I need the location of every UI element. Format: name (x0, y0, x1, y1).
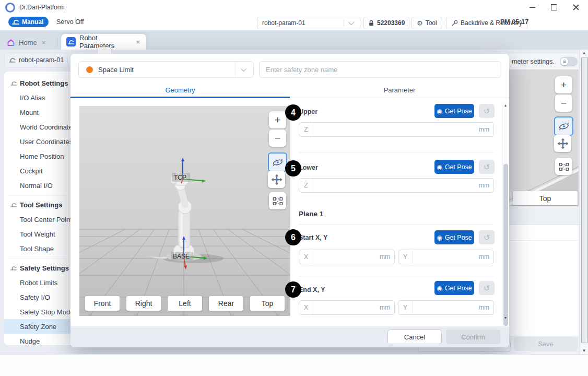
scroll-up-arrow[interactable]: ▲ (580, 50, 588, 56)
upper-label: Upper (299, 108, 317, 115)
step-badge-6: 6 (285, 229, 301, 245)
upper-reset-button[interactable]: ↺ (479, 104, 495, 118)
page-scrollbar-thumb[interactable] (581, 57, 588, 343)
end-x-field: X mm (299, 300, 395, 315)
form-scrollbar[interactable]: ▲ ▼ (502, 102, 509, 321)
sidebar-item-tool-center-point[interactable]: Tool Center Point (4, 212, 70, 227)
maximize-button[interactable] (546, 2, 562, 13)
bg-fit-view-button[interactable] (555, 158, 572, 175)
tab-home-close-icon[interactable]: × (41, 39, 47, 46)
sidebar-item-tool-shape[interactable]: Tool Shape (4, 241, 70, 256)
view-front-button[interactable]: Front (85, 296, 120, 311)
lower-label: Lower (299, 164, 318, 171)
view-left-button[interactable]: Left (168, 296, 202, 311)
robot-param-select-value: robot-param-01 (257, 19, 344, 27)
bg-zoom-out-button[interactable]: − (555, 95, 572, 112)
close-button[interactable] (568, 2, 584, 13)
background-3d-viewer[interactable]: + − (509, 69, 579, 206)
sidebar-item-io-alias[interactable]: I/O Alias (4, 90, 70, 105)
end-y-input[interactable] (413, 304, 479, 311)
pan-icon (271, 174, 283, 185)
unit-label: mm (479, 182, 493, 189)
bg-zoom-in-button[interactable]: + (555, 76, 572, 93)
form-scrollbar-thumb[interactable] (503, 164, 508, 326)
viewer-pan-tool-button[interactable] (268, 171, 285, 188)
tab-geometry[interactable]: Geometry (70, 82, 290, 98)
target-icon: ◉ (437, 234, 442, 241)
axis-label: Z (299, 123, 313, 136)
lock-icon (368, 20, 374, 27)
scroll-down-arrow[interactable]: ▼ (580, 347, 588, 354)
cancel-button[interactable]: Cancel (387, 330, 442, 344)
sidebar-robot-param-chip[interactable]: robot-param-01 (4, 53, 68, 67)
robot-param-select[interactable]: robot-param-01 (257, 17, 360, 29)
note-text: meter settings. (509, 58, 555, 65)
sidebar-item-normal-io[interactable]: Normal I/O (4, 178, 70, 193)
sidebar-section-robot-settings: Robot Settings (4, 76, 70, 90)
tool-button-label: Tool (426, 19, 437, 27)
lower-reset-button[interactable]: ↺ (479, 160, 495, 174)
sidebar-item-home-position[interactable]: Home Position (4, 149, 70, 163)
hidden-panel-stub (97, 47, 112, 54)
sidebar-item-mount[interactable]: Mount (4, 105, 70, 120)
undo-icon: ↺ (484, 233, 490, 242)
save-button[interactable]: Save (514, 337, 578, 351)
robot-serial-badge[interactable]: 52203369 (363, 17, 409, 29)
lower-z-input[interactable] (313, 182, 479, 189)
viewer-fit-view-button[interactable] (269, 192, 286, 209)
page-scrollbar[interactable]: ▲ ▼ (580, 50, 588, 354)
sidebar-item-tool-weight[interactable]: Tool Weight (4, 227, 70, 241)
start-get-pose-button[interactable]: ◉Get Pose (434, 230, 474, 244)
tab-robot-parameters-close-icon[interactable]: × (135, 38, 141, 46)
sidebar-item-world-coordinates[interactable]: World Coordinates (4, 120, 70, 134)
sidebar-item-robot-limits[interactable]: Robot Limits (4, 275, 70, 290)
robot-arm-icon (10, 265, 17, 271)
zone-type-select[interactable]: Space Limit (78, 61, 254, 78)
sidebar-item-safety-zone[interactable]: Safety Zone (4, 319, 70, 334)
start-reset-button[interactable]: ↺ (479, 230, 495, 244)
end-get-pose-button[interactable]: ◉Get Pose (434, 281, 474, 295)
sidebar-item-cockpit[interactable]: Cockpit (4, 163, 70, 178)
lower-get-pose-button[interactable]: ◉Get Pose (434, 160, 474, 174)
viewer-orbit-tool-button[interactable] (268, 152, 287, 172)
window-title: Dr.Dart-Platform (19, 4, 65, 11)
view-right-button[interactable]: Right (126, 296, 161, 311)
start-y-input[interactable] (413, 253, 479, 261)
settings-lock-toggle[interactable] (560, 57, 578, 66)
tab-parameter[interactable]: Parameter (290, 82, 509, 98)
minimize-button[interactable] (524, 2, 540, 13)
dialog-footer (70, 326, 509, 347)
upper-z-input[interactable] (313, 126, 479, 133)
unit-label: mm (380, 253, 394, 261)
tab-home[interactable]: Home × (7, 34, 56, 50)
tool-button[interactable]: ⚙ Tool (411, 17, 442, 29)
sidebar-item-user-coordinates[interactable]: User Coordinates (4, 134, 70, 149)
bg-pan-tool-button[interactable] (554, 135, 571, 152)
sidebar-item-safety-stop-modes[interactable]: Safety Stop Modes (4, 304, 70, 319)
unit-label: mm (479, 253, 493, 261)
sidebar-chip-label: robot-param-01 (19, 56, 64, 64)
sidebar-item-nudge[interactable]: Nudge (4, 334, 70, 345)
sidebar-item-safety-io[interactable]: Safety I/O (4, 290, 70, 304)
zone-3d-viewer[interactable]: BASE TCP + − (79, 106, 290, 316)
active-tab-underline (70, 97, 290, 98)
zone-name-input[interactable] (259, 61, 501, 78)
viewer-zoom-out-button[interactable]: − (269, 130, 286, 147)
start-x-input[interactable] (313, 253, 380, 261)
background-list-panel (509, 225, 579, 336)
bg-view-top-button[interactable]: Top (513, 191, 578, 205)
view-top-button[interactable]: Top (250, 296, 285, 311)
bg-orbit-tool-button[interactable] (554, 116, 573, 136)
upper-get-pose-button[interactable]: ◉Get Pose (434, 104, 474, 118)
end-reset-button[interactable]: ↺ (479, 281, 495, 295)
viewer-zoom-in-button[interactable]: + (269, 111, 286, 128)
form-scroll-up-arrow[interactable]: ▲ (502, 102, 509, 109)
start-y-field: Y mm (398, 250, 494, 264)
form-scroll-down-arrow[interactable]: ▼ (502, 315, 509, 321)
confirm-button[interactable]: Confirm (446, 330, 500, 344)
lock-icon (560, 58, 568, 66)
mode-manual-button[interactable]: Manual (8, 17, 49, 27)
end-x-input[interactable] (313, 304, 380, 311)
axis-label: Z (299, 179, 313, 192)
view-rear-button[interactable]: Rear (209, 296, 243, 311)
